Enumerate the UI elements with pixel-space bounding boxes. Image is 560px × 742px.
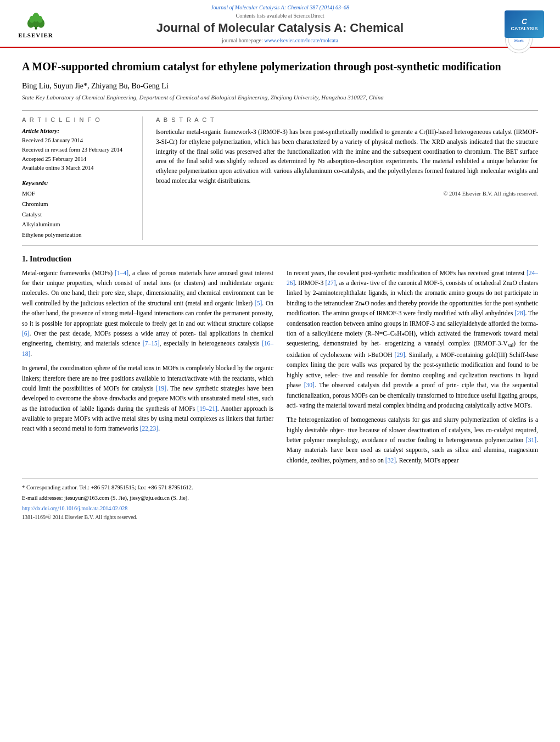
section1-heading: 1. Introduction	[22, 255, 538, 264]
footnote-section: * Corresponding author. Tel.: +86 571 87…	[22, 478, 538, 522]
history-label: Article history:	[22, 127, 131, 134]
body-para-3: In recent years, the covalent post-synth…	[287, 268, 538, 411]
homepage-link[interactable]: www.elsevier.com/locate/molcata	[264, 37, 338, 43]
ref-7-15: [7–15]	[143, 340, 160, 347]
svg-point-5	[29, 15, 34, 23]
body-section: 1. Introduction Metal-organic frameworks…	[0, 246, 560, 533]
article-info-col: A R T I C L E I N F O Article history: R…	[22, 116, 143, 240]
rights-line: 1381-1169/© 2014 Elsevier B.V. All right…	[22, 513, 538, 522]
ref-22-23: [22,23]	[140, 425, 159, 432]
received-revised-date: Received in revised form 23 February 201…	[22, 146, 131, 155]
email-addresses: jiesuyun@163.com (S. Jie), jiesy@zju.edu…	[64, 495, 189, 501]
journal-title: Journal of Molecular Catalysis A: Chemic…	[71, 21, 489, 35]
keyword-catalyst: Catalyst	[22, 209, 131, 220]
catalysis-badge: C CATALYSIS	[505, 10, 544, 38]
journal-homepage: journal homepage: www.elsevier.com/locat…	[71, 37, 489, 43]
ref-29: [29]	[395, 352, 405, 358]
email-line: E-mail addresses: jiesuyun@163.com (S. J…	[22, 494, 538, 503]
ref-19-21: [19–21]	[197, 405, 217, 412]
keyword-alkylaluminum: Alkylaluminum	[22, 219, 131, 230]
ref-5: [5]	[255, 300, 262, 306]
received-date: Received 26 January 2014	[22, 136, 131, 146]
keyword-mof: MOF	[22, 188, 131, 199]
body-left-col: Metal-organic frameworks (MOFs) [1–4], a…	[22, 268, 273, 470]
body-para-4: The heterogenization of homogeneous cata…	[287, 415, 538, 465]
article-section: Cross Mark A MOF-supported chromium cata…	[0, 48, 560, 246]
keyword-chromium: Chromium	[22, 199, 131, 209]
doi-line: http://dx.doi.org/10.1016/j.molcata.2014…	[22, 504, 538, 513]
ref-31: [31]	[526, 437, 536, 443]
svg-text:Mark: Mark	[514, 38, 523, 43]
corresponding-author: * Corresponding author. Tel.: +86 571 87…	[22, 483, 538, 493]
body-two-col: Metal-organic frameworks (MOFs) [1–4], a…	[22, 268, 538, 470]
svg-point-6	[37, 15, 42, 23]
ref-28: [28]	[514, 310, 525, 316]
ref-1-4: [1–4]	[115, 270, 128, 276]
keywords-label: Keywords:	[22, 180, 131, 186]
abstract-heading: A B S T R A C T	[156, 116, 538, 123]
info-abstract-row: A R T I C L E I N F O Article history: R…	[22, 116, 538, 240]
available-date: Available online 3 March 2014	[22, 164, 131, 173]
elsevier-logo: ELSEVIER	[11, 9, 60, 39]
journal-center: Journal of Molecular Catalysis A: Chemic…	[60, 4, 500, 43]
body-para-1: Metal-organic frameworks (MOFs) [1–4], a…	[22, 268, 273, 359]
copyright-line: © 2014 Elsevier B.V. All rights reserved…	[156, 191, 538, 197]
journal-name-top: Journal of Molecular Catalysis A: Chemic…	[71, 4, 489, 10]
body-para-2: In general, the coordination sphere of t…	[22, 363, 273, 434]
catalysis-logo: C CATALYSIS	[500, 9, 549, 39]
authors: Bing Liu, Suyun Jie*, Zhiyang Bu, Bo-Gen…	[22, 82, 538, 91]
ref-27: [27]	[326, 280, 336, 286]
article-title: A MOF-supported chromium catalyst for et…	[22, 59, 538, 74]
accepted-date: Accepted 25 February 2014	[22, 155, 131, 164]
elsevier-tree-icon	[21, 10, 51, 31]
ref-24-26: [24–26]	[287, 270, 538, 286]
ref-30: [30]	[304, 382, 315, 388]
ref-19: [19]	[156, 385, 166, 392]
ref-6: [6]	[22, 330, 29, 337]
affiliation: State Key Laboratory of Chemical Enginee…	[22, 94, 538, 101]
email-label: E-mail addresses:	[22, 495, 63, 501]
contents-line: Contents lists available at ScienceDirec…	[71, 13, 489, 19]
elsevier-wordmark: ELSEVIER	[18, 32, 53, 38]
journal-header: ELSEVIER Journal of Molecular Catalysis …	[0, 0, 560, 48]
body-right-col: In recent years, the covalent post-synth…	[287, 268, 538, 470]
ref-32: [32]	[385, 457, 396, 464]
keyword-ethylene: Ethylene polymerization	[22, 230, 131, 240]
article-info-heading: A R T I C L E I N F O	[22, 116, 131, 123]
divider	[22, 110, 538, 111]
keywords-section: Keywords: MOF Chromium Catalyst Alkylalu…	[22, 180, 131, 239]
abstract-text: Isoreticular metal-organic framework-3 (…	[156, 127, 538, 186]
abstract-col: A B S T R A C T Isoreticular metal-organ…	[143, 116, 538, 240]
